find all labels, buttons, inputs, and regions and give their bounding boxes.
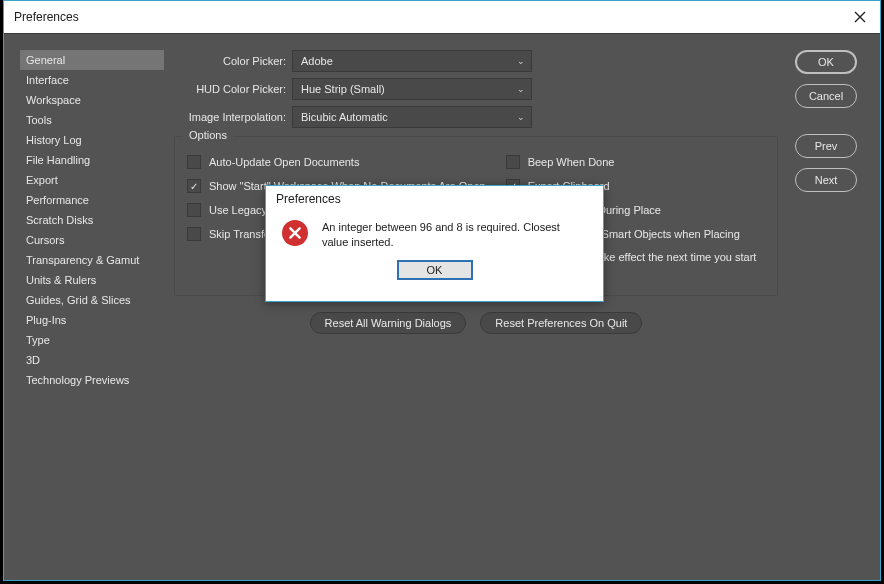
titlebar: Preferences (4, 1, 880, 33)
sidebar-item-file-handling[interactable]: File Handling (20, 150, 164, 170)
sidebar-item-performance[interactable]: Performance (20, 190, 164, 210)
checkbox[interactable] (187, 227, 201, 241)
checkbox[interactable] (187, 155, 201, 169)
chevron-down-icon: ⌄ (517, 84, 525, 94)
body: GeneralInterfaceWorkspaceToolsHistory Lo… (4, 33, 880, 580)
error-dialog-title: Preferences (266, 186, 603, 212)
error-dialog: Preferences An integer between 96 and 8 … (265, 185, 604, 302)
sidebar-item-technology-previews[interactable]: Technology Previews (20, 370, 164, 390)
dialog-buttons: OK Cancel Prev Next (788, 50, 864, 564)
hud-picker-label: HUD Color Picker: (174, 83, 292, 95)
sidebar-item-interface[interactable]: Interface (20, 70, 164, 90)
error-message: An integer between 96 and 8 is required.… (322, 220, 587, 250)
sidebar-item-type[interactable]: Type (20, 330, 164, 350)
error-icon (282, 220, 308, 246)
chevron-down-icon: ⌄ (517, 112, 525, 122)
sidebar-item-history-log[interactable]: History Log (20, 130, 164, 150)
checkbox[interactable] (187, 203, 201, 217)
reset-row: Reset All Warning Dialogs Reset Preferen… (174, 312, 778, 334)
sidebar-item-export[interactable]: Export (20, 170, 164, 190)
interpolation-select[interactable]: Bicubic Automatic ⌄ (292, 106, 532, 128)
sidebar-item-guides-grid-slices[interactable]: Guides, Grid & Slices (20, 290, 164, 310)
prev-button[interactable]: Prev (795, 134, 857, 158)
reset-warnings-button[interactable]: Reset All Warning Dialogs (310, 312, 467, 334)
chevron-down-icon: ⌄ (517, 56, 525, 66)
option-label: Auto-Update Open Documents (209, 156, 359, 168)
ok-button[interactable]: OK (795, 50, 857, 74)
color-picker-label: Color Picker: (174, 55, 292, 67)
option-label: Beep When Done (528, 156, 615, 168)
option-row: Auto-Update Open Documents (187, 155, 486, 169)
checkbox[interactable] (187, 179, 201, 193)
hud-picker-select[interactable]: Hue Strip (Small) ⌄ (292, 78, 532, 100)
sidebar-item-cursors[interactable]: Cursors (20, 230, 164, 250)
next-button[interactable]: Next (795, 168, 857, 192)
sidebar-item-transparency-gamut[interactable]: Transparency & Gamut (20, 250, 164, 270)
sidebar: GeneralInterfaceWorkspaceToolsHistory Lo… (20, 50, 164, 564)
option-row: Beep When Done (506, 155, 765, 169)
main-panel: Color Picker: Adobe ⌄ HUD Color Picker: … (174, 50, 778, 564)
form-rows: Color Picker: Adobe ⌄ HUD Color Picker: … (174, 50, 778, 128)
color-picker-value: Adobe (301, 55, 333, 67)
checkbox[interactable] (506, 155, 520, 169)
sidebar-item-general[interactable]: General (20, 50, 164, 70)
sidebar-item-3d[interactable]: 3D (20, 350, 164, 370)
sidebar-item-tools[interactable]: Tools (20, 110, 164, 130)
hud-picker-value: Hue Strip (Small) (301, 83, 385, 95)
close-icon[interactable] (848, 5, 872, 29)
sidebar-item-plug-ins[interactable]: Plug-Ins (20, 310, 164, 330)
window-title: Preferences (14, 10, 79, 24)
sidebar-item-workspace[interactable]: Workspace (20, 90, 164, 110)
sidebar-item-scratch-disks[interactable]: Scratch Disks (20, 210, 164, 230)
interpolation-value: Bicubic Automatic (301, 111, 388, 123)
interpolation-label: Image Interpolation: (174, 111, 292, 123)
cancel-button[interactable]: Cancel (795, 84, 857, 108)
sidebar-item-units-rulers[interactable]: Units & Rulers (20, 270, 164, 290)
options-legend: Options (183, 129, 233, 141)
error-ok-button[interactable]: OK (397, 260, 473, 280)
reset-on-quit-button[interactable]: Reset Preferences On Quit (480, 312, 642, 334)
color-picker-select[interactable]: Adobe ⌄ (292, 50, 532, 72)
